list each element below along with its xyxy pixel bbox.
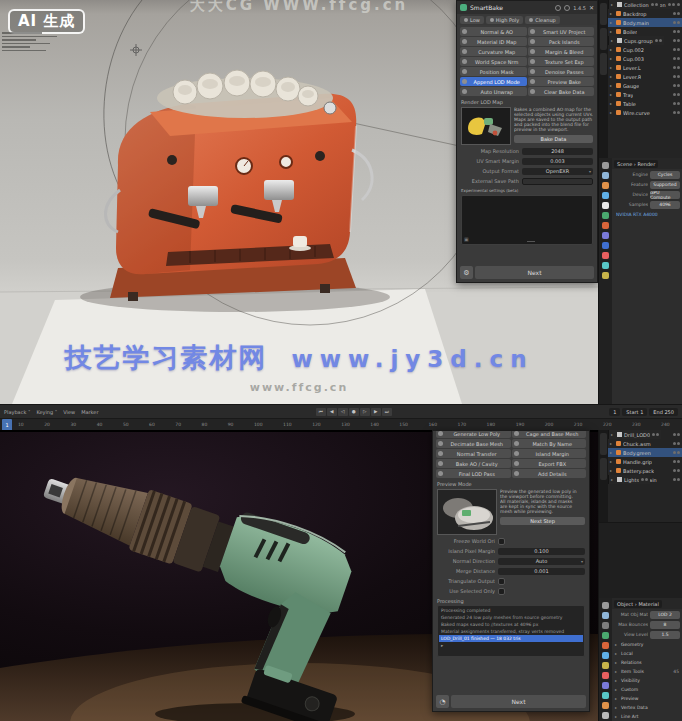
properties-tab-icon[interactable] [602,652,609,659]
outliner-item[interactable]: ▸ Body.green [608,448,682,457]
properties-tab-icon[interactable] [602,202,609,209]
outliner-item[interactable]: ▸ Chuck.asm [608,439,682,448]
disclosure-icon[interactable]: ▸ [615,696,619,701]
log-line[interactable]: Baked maps saved to //textures at 4096 p… [439,621,583,628]
outliner-item[interactable]: ▸ Collection [608,0,660,9]
disclosure-icon[interactable]: ▸ [615,651,619,656]
visibility-toggles[interactable] [673,93,680,96]
setting-value[interactable] [522,178,593,185]
property-value[interactable]: 4096 [650,201,680,209]
disclosure-icon[interactable]: ▸ [610,450,614,455]
properties-tab-icon[interactable] [602,672,609,679]
disclosure-icon[interactable]: ▸ [610,468,614,473]
action-button[interactable]: Decimate Base Mesh [436,439,511,448]
action-button[interactable]: Smart UV Project [528,27,595,36]
notes-textarea[interactable]: ▣ [461,195,593,245]
action-button[interactable]: Final LOD Pass [436,469,511,478]
action-button[interactable]: Preview Bake [528,77,595,86]
visibility-toggles[interactable] [673,66,680,69]
properties-tab-icon[interactable] [602,622,609,629]
action-button[interactable]: Denoise Passes [528,67,595,76]
tree-item[interactable]: ▸ Preview [612,694,682,703]
log-line[interactable]: Processing completed [439,607,583,614]
editor-tab[interactable] [600,3,607,25]
disclosure-icon[interactable]: ▸ [615,714,619,719]
properties-tab-icon[interactable] [602,682,609,689]
transport-button[interactable]: ▷ [360,408,370,416]
disclosure-icon[interactable]: ▸ [610,441,614,446]
visibility-toggles[interactable] [673,39,680,42]
close-icon[interactable]: ✕ [589,4,594,11]
breadcrumb[interactable]: Object › Material [614,600,662,608]
timeline-menu-item[interactable]: View [63,409,75,415]
disclosure-icon[interactable]: ▸ [610,459,614,464]
panel-tab[interactable]: Low [460,16,484,24]
properties-tab-icon[interactable] [602,172,609,179]
tree-item[interactable]: ▸ Local [612,649,682,658]
disclosure-icon[interactable]: ▸ [615,687,619,692]
visibility-toggles[interactable] [673,48,680,51]
tree-item[interactable]: ▸ Custom [612,685,682,694]
visibility-toggles[interactable] [673,469,680,472]
timeline[interactable]: Playback ˅Keying ˅ViewMarker ⏮◀◁●▷▶⏭ 1St… [0,404,682,430]
disclosure-icon[interactable]: ▸ [611,38,615,43]
setting-value[interactable]: 2048 [522,148,593,155]
tree-item[interactable]: ▸ Vertex Data [612,703,682,712]
process-log[interactable]: Processing completed Generated 24 low po… [437,605,585,657]
frame-field[interactable]: End 250 [649,408,678,416]
next-button[interactable]: Next [475,266,594,279]
disclosure-icon[interactable]: ▸ [615,642,619,647]
setting-value[interactable]: 0.001 [498,568,585,575]
visibility-toggles[interactable] [673,84,680,87]
disclosure-icon[interactable]: ▸ [615,678,619,683]
bake-data-button[interactable]: Bake Data [514,135,593,143]
disclosure-icon[interactable]: ▸ [610,92,614,97]
action-button[interactable]: Position Mask [460,67,527,76]
action-button[interactable]: Add Details [512,469,587,478]
panel-tab[interactable]: High Poly [486,16,523,24]
properties-tab-icon[interactable] [602,162,609,169]
action-button[interactable]: Pack Islands [528,37,595,46]
visibility-toggles[interactable] [673,30,680,33]
outliner-item[interactable]: ▸ Tray [608,90,682,99]
outliner-item[interactable]: ▸ Handle.grip [608,457,682,466]
properties-tab-icon[interactable] [602,192,609,199]
disclosure-icon[interactable]: ▸ [615,669,619,674]
setting-value[interactable]: 0.100 [498,548,585,555]
timeline-menu-item[interactable]: Keying ˅ [36,409,57,415]
disclosure-icon[interactable]: ▸ [610,20,614,25]
properties-tab-icon[interactable] [602,712,609,719]
gear-icon[interactable]: ⚙ [460,266,473,279]
property-value[interactable]: LOD 2 [650,611,680,619]
tree-item[interactable]: ▸ Line Art [612,712,682,721]
visibility-toggles[interactable] [673,57,680,60]
transport-button[interactable]: ▶ [371,408,381,416]
properties-tab-icon[interactable] [602,612,609,619]
visibility-toggles[interactable] [641,478,648,481]
editor-tab[interactable] [600,433,607,455]
properties-tab-icon[interactable] [602,242,609,249]
tree-item[interactable]: ▸ Visibility [612,676,682,685]
action-button[interactable]: Append LOD Mode [460,77,527,86]
action-button[interactable]: Curvature Map [460,47,527,56]
outliner-item[interactable]: ▸ Gauge [608,81,682,90]
disclosure-icon[interactable]: ▸ [611,432,615,437]
outliner-item[interactable]: ▸ Table [608,99,682,108]
property-value[interactable]: Supported [650,181,680,189]
action-button[interactable]: Material ID Map [460,37,527,46]
disclosure-icon[interactable]: ▸ [610,83,614,88]
outliner-item[interactable]: ▸ Cup.003 [608,54,682,63]
properties-tab-icon[interactable] [602,232,609,239]
visibility-toggles[interactable] [673,433,680,436]
properties-tab-icon[interactable] [602,602,609,609]
outliner-item[interactable]: ▸ Cup.002 [608,45,682,54]
tree-item[interactable]: ▸ Relations [612,658,682,667]
disclosure-icon[interactable]: ▸ [610,74,614,79]
tree-item[interactable]: ▸ Item Tools 45 [612,667,682,676]
visibility-toggles[interactable] [673,460,680,463]
action-button[interactable]: Generate Low Poly [436,430,511,438]
settings-icon[interactable]: ◔ [436,695,449,708]
visibility-toggles[interactable] [673,75,680,78]
panel-header[interactable]: SmartBake 1.4.5 ✕ [457,1,597,14]
setting-value[interactable]: 0.003 [522,158,593,165]
